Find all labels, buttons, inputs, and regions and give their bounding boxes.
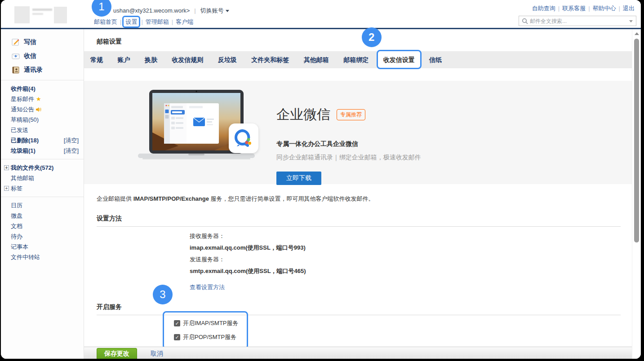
expand-icon[interactable]: +: [4, 165, 9, 170]
tab-send-receive-settings[interactable]: 收发信设置2: [377, 51, 421, 68]
promo-headline: 专属一体化办公工具企业微信: [276, 140, 421, 148]
compose-icon: [12, 38, 20, 46]
expand-icon[interactable]: +: [4, 186, 9, 191]
sidebar-contacts[interactable]: 通讯录: [1, 63, 84, 77]
star-icon: ★: [36, 96, 41, 102]
app-drive[interactable]: 微盘: [1, 211, 84, 221]
divider: [1, 159, 84, 159]
nav-settings[interactable]: 设置: [124, 18, 138, 26]
recv-server-label: 接收服务器：: [190, 233, 632, 239]
tab-general[interactable]: 常规: [84, 51, 109, 68]
app-window: ushan@xty321.wecom.work>|切换账号 邮箱首页|设置|管理…: [1, 0, 641, 359]
tab-mail-rules[interactable]: 收发信规则: [165, 51, 209, 68]
nav-manage-mailbox[interactable]: 管理邮箱: [146, 18, 169, 25]
main-content: 邮箱设置 常规 账户 换肤 收发信规则 反垃圾 文件夹和标签 其他邮箱 邮箱绑定…: [84, 29, 632, 359]
header-utility-links: 自助查询|联系客服|帮助中心|退出: [532, 4, 635, 13]
scrollbar: [632, 29, 641, 359]
inbox-icon: [12, 52, 20, 60]
link-self-query[interactable]: 自助查询: [532, 5, 555, 12]
send-server-value: smtp.exmail.qq.com(使用SSL，端口号465): [190, 268, 632, 274]
imap-smtp-checkbox-label[interactable]: 开启IMAP/SMTP服务: [183, 319, 239, 327]
sidebar-contacts-label: 通讯录: [24, 66, 43, 74]
pop-smtp-service-row: ✓ 开启POP/SMTP服务: [174, 333, 239, 341]
imap-smtp-checkbox[interactable]: ✓: [174, 320, 180, 326]
tab-skin[interactable]: 换肤: [138, 51, 164, 68]
sidebar-compose-label: 写信: [24, 38, 36, 46]
divider: [1, 80, 84, 80]
scrollbar-up-arrow[interactable]: [635, 32, 639, 35]
promo-subline: 同步企业邮箱通讯录｜绑定企业邮箱，极速收发邮件: [276, 154, 421, 162]
sidebar-receive-label: 收信: [24, 52, 36, 60]
send-server-label: 发送服务器：: [190, 256, 632, 262]
server-info: 接收服务器： imap.exmail.qq.com(使用SSL，端口号993) …: [190, 233, 632, 274]
wecom-app-icon: [229, 123, 258, 153]
app-notes[interactable]: 记事本: [1, 242, 84, 252]
contacts-icon: [12, 66, 20, 74]
divider: [1, 197, 84, 197]
protocol-intro-text: 企业邮箱提供 IMAP/SMTP/POP/Exchange 服务，您只需进行简单…: [97, 195, 632, 203]
tree-my-folders[interactable]: +我的文件夹(572): [1, 163, 84, 173]
folder-sent[interactable]: 已发送: [1, 125, 84, 135]
pop-smtp-checkbox-label[interactable]: 开启POP/SMTP服务: [183, 333, 236, 341]
app-file-transfer[interactable]: 文件中转站: [1, 252, 84, 262]
folder-deleted[interactable]: 已删除(18)[清空]: [1, 135, 84, 145]
tab-folders-labels[interactable]: 文件夹和标签: [245, 51, 295, 68]
annotation-badge-2: 2: [362, 27, 382, 47]
folder-starred[interactable]: 星标邮件★: [1, 94, 84, 104]
chevron-down-icon[interactable]: [226, 10, 229, 12]
tab-antispam[interactable]: 反垃圾: [212, 51, 243, 68]
footer-action-bar: 保存更改 取消: [84, 347, 632, 359]
pop-smtp-checkbox[interactable]: ✓: [174, 334, 180, 340]
folder-drafts[interactable]: 草稿箱(50): [1, 114, 84, 125]
sidebar: 写信 收信 通讯录 收件箱(4) 星标邮件★ 通知公告 草稿箱(50) 已发送 …: [1, 29, 84, 359]
recv-server-value: imap.exmail.qq.com(使用SSL，端口号993): [190, 245, 632, 251]
promo-recommend-badge: 专属推荐: [337, 109, 365, 120]
nav-mail-home[interactable]: 邮箱首页: [94, 18, 117, 25]
tab-other-mailbox[interactable]: 其他邮箱: [298, 51, 335, 68]
tab-mailbox-binding[interactable]: 邮箱绑定: [337, 51, 375, 68]
download-now-button[interactable]: 立即下载: [276, 172, 321, 185]
app-docs[interactable]: 文档: [1, 221, 84, 231]
empty-deleted-link[interactable]: [清空]: [64, 135, 79, 145]
folder-inbox[interactable]: 收件箱(4): [1, 84, 84, 94]
redacted-logo-text: [32, 7, 52, 17]
search-scope-dropdown-icon[interactable]: [629, 20, 633, 22]
tab-stationery[interactable]: 信纸: [423, 51, 448, 68]
switch-account-link[interactable]: 切换账号: [200, 7, 224, 14]
search-box: [519, 16, 636, 26]
sidebar-compose[interactable]: 写信: [1, 35, 84, 49]
search-input[interactable]: [530, 16, 624, 26]
view-setup-method-link[interactable]: 查看设置方法: [190, 283, 225, 291]
empty-junk-link[interactable]: [清空]: [64, 145, 79, 156]
nav-client[interactable]: 客户端: [176, 18, 193, 25]
account-row: ushan@xty321.wecom.work>|切换账号: [113, 7, 229, 15]
tree-labels[interactable]: +标签: [1, 183, 84, 194]
link-logout[interactable]: 退出: [623, 5, 635, 12]
account-email: ushan@xty321.wecom.work>: [113, 7, 190, 14]
tab-accounts[interactable]: 账户: [111, 51, 136, 68]
folder-junk[interactable]: 垃圾箱(1)[清空]: [1, 145, 84, 156]
save-changes-button[interactable]: 保存更改: [97, 348, 137, 359]
wecom-promo-banner: 企业微信 专属推荐 专属一体化办公工具企业微信 同步企业邮箱通讯录｜绑定企业邮箱…: [84, 81, 632, 184]
redacted-logo-block: [14, 6, 30, 23]
tree-other-mailbox[interactable]: 其他邮箱: [1, 173, 84, 183]
search-icon: [522, 18, 528, 24]
imap-smtp-service-row: ✓ 开启IMAP/SMTP服务: [174, 319, 239, 327]
sidebar-receive[interactable]: 收信: [1, 49, 84, 63]
annotation-badge-1: 1: [92, 0, 111, 17]
app-calendar[interactable]: 日历: [1, 200, 84, 211]
section-setup-method-title: 设置方法: [97, 215, 632, 223]
section-services-title: 开启服务: [97, 303, 632, 311]
header-nav: 邮箱首页|设置|管理邮箱|客户端: [94, 18, 193, 26]
link-help-center[interactable]: 帮助中心: [593, 5, 616, 12]
cancel-link[interactable]: 取消: [151, 350, 163, 358]
header: ushan@xty321.wecom.work>|切换账号 邮箱首页|设置|管理…: [1, 0, 641, 29]
annotation-outline-3: 3 ✓ 开启IMAP/SMTP服务 ✓ 开启POP/SMTP服务: [163, 311, 248, 349]
folder-announcements[interactable]: 通知公告: [1, 104, 84, 114]
link-contact-support[interactable]: 联系客服: [562, 5, 586, 12]
redacted-logo-block: [54, 7, 67, 23]
app-todo[interactable]: 待办: [1, 231, 84, 242]
scrollbar-thumb[interactable]: [634, 39, 639, 242]
settings-tabs: 常规 账户 换肤 收发信规则 反垃圾 文件夹和标签 其他邮箱 邮箱绑定 收发信设…: [84, 51, 632, 68]
speaker-icon: [36, 107, 42, 112]
